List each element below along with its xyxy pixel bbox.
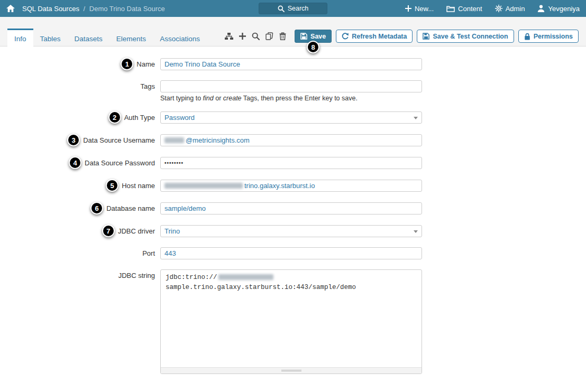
form-row-username: 3 Data Source Username @metricinsights.c… (0, 134, 586, 146)
password-input[interactable]: •••••••• (160, 157, 422, 169)
callout-8: 8 (307, 41, 319, 53)
callout-7: 7 (102, 225, 115, 237)
lock-icon (524, 33, 530, 40)
resize-grip-icon (281, 370, 301, 371)
callout-3: 3 (67, 134, 80, 146)
form-row-port: Port (0, 247, 586, 259)
database-input[interactable] (160, 202, 422, 214)
jdbc-driver-select[interactable]: Trino (160, 225, 422, 237)
tab-tables[interactable]: Tables (33, 29, 68, 46)
auth-type-label: Auth Type (124, 114, 155, 122)
tab-info[interactable]: Info (7, 29, 33, 46)
form-row-jdbc-driver: 7 JDBC driver Trino (0, 225, 586, 237)
username-input[interactable]: @metricinsights.com (160, 134, 422, 146)
refresh-metadata-label: Refresh Metadata (352, 33, 407, 40)
tab-elements[interactable]: Elements (109, 29, 153, 46)
form-row-jdbc-string: JDBC string jdbc:trino:// sample.trino.g… (0, 269, 586, 374)
callout-1: 1 (121, 58, 133, 70)
password-label: Data Source Password (85, 159, 155, 167)
chevron-down-icon (414, 230, 418, 233)
tags-input[interactable] (160, 80, 422, 92)
port-label: Port (142, 249, 155, 257)
home-icon[interactable] (6, 5, 15, 12)
callout-4: 4 (69, 156, 81, 169)
menu-user[interactable]: Yevgeniya (537, 5, 580, 13)
jdbc-driver-label: JDBC driver (118, 227, 155, 235)
form-row-host: 5 Host name trino.galaxy.starburst.io (0, 179, 586, 192)
menu-user-label: Yevgeniya (548, 5, 580, 13)
refresh-icon (342, 33, 349, 40)
redacted-host-prefix (164, 183, 243, 189)
host-label: Host name (122, 182, 155, 190)
data-source-form: 1 Name Tags Start typing to find or crea… (0, 46, 586, 392)
tags-help-text: Start typing to find or create Tags, the… (160, 95, 586, 102)
user-icon (537, 5, 545, 12)
breadcrumb: SQL Data Sources / Demo Trino Data Sourc… (22, 5, 165, 13)
search-label: Search (288, 5, 309, 12)
jdbc-driver-value: Trino (164, 227, 180, 235)
tab-associations[interactable]: Associations (153, 29, 207, 46)
breadcrumb-separator: / (84, 5, 86, 13)
callout-6: 6 (90, 202, 103, 214)
search-icon (278, 5, 285, 12)
breadcrumb-section[interactable]: SQL Data Sources (22, 5, 79, 13)
jdbc-string-line1: jdbc:trino:// (166, 273, 417, 283)
jdbc-string-label: JDBC string (118, 272, 155, 279)
save-test-connection-label: Save & Test Connection (433, 33, 508, 40)
form-row-password: 4 Data Source Password •••••••• (0, 156, 586, 169)
save-icon (300, 33, 307, 40)
gear-icon (495, 5, 502, 12)
menu-content[interactable]: Content (446, 5, 482, 13)
redacted-username-prefix (164, 137, 184, 143)
username-value: @metricinsights.com (186, 136, 250, 144)
menu-new[interactable]: New... (405, 5, 434, 13)
breadcrumb-page-title: Demo Trino Data Source (89, 5, 165, 13)
menu-admin-label: Admin (506, 5, 525, 13)
folder-icon (446, 5, 455, 12)
save-icon (423, 33, 429, 40)
copy-icon[interactable] (265, 32, 273, 40)
top-navbar: SQL Data Sources / Demo Trino Data Sourc… (0, 0, 586, 17)
form-row-name: 1 Name (0, 58, 586, 70)
redacted-jdbc-host (218, 274, 273, 280)
refresh-metadata-button[interactable]: Refresh Metadata (336, 30, 413, 43)
save-test-connection-button[interactable]: Save & Test Connection (417, 30, 514, 43)
hierarchy-icon[interactable] (225, 33, 233, 40)
toolbar-icons (225, 32, 286, 40)
chevron-down-icon (414, 117, 418, 119)
tab-datasets[interactable]: Datasets (68, 29, 109, 46)
host-input[interactable]: trino.galaxy.starburst.io (160, 180, 422, 192)
global-search[interactable]: Search (259, 3, 327, 14)
navbar-menu: New... Content Admin (405, 5, 580, 13)
save-button-label: Save (310, 33, 326, 40)
menu-content-label: Content (458, 5, 482, 13)
callout-5: 5 (106, 179, 118, 192)
jdbc-string-textarea[interactable]: jdbc:trino:// sample.trino.galaxy.starbu… (160, 269, 422, 374)
auth-type-value: Password (164, 114, 195, 122)
permissions-button[interactable]: Permissions (518, 30, 579, 43)
toolbar: Save 8 Refresh Metadata Save & Test Conn… (225, 30, 579, 43)
host-value: trino.galaxy.starburst.io (244, 182, 315, 190)
plus-icon (405, 5, 411, 12)
menu-admin[interactable]: Admin (495, 5, 525, 13)
header-band: Info Tables Datasets Elements Associatio… (0, 17, 586, 46)
permissions-label: Permissions (534, 33, 573, 40)
sql-data-source-editor: SQL Data Sources / Demo Trino Data Sourc… (0, 0, 586, 392)
textarea-resize-handle[interactable] (161, 367, 422, 374)
form-row-database: 6 Database name (0, 202, 586, 214)
port-input[interactable] (160, 247, 422, 259)
callout-2: 2 (108, 111, 121, 124)
tags-label: Tags (141, 82, 155, 90)
add-icon[interactable] (239, 33, 246, 40)
name-input[interactable] (160, 58, 422, 70)
search-icon[interactable] (252, 32, 260, 40)
name-label: Name (136, 60, 155, 68)
form-row-tags: Tags (0, 80, 586, 92)
username-label: Data Source Username (83, 136, 155, 144)
jdbc-string-line2: sample.trino.galaxy.starburst.io:443/sam… (166, 283, 417, 293)
delete-icon[interactable] (279, 32, 286, 40)
form-row-auth-type: 2 Auth Type Password (0, 111, 586, 124)
auth-type-select[interactable]: Password (160, 111, 422, 124)
password-value: •••••••• (164, 160, 184, 166)
database-label: Database name (106, 204, 155, 212)
